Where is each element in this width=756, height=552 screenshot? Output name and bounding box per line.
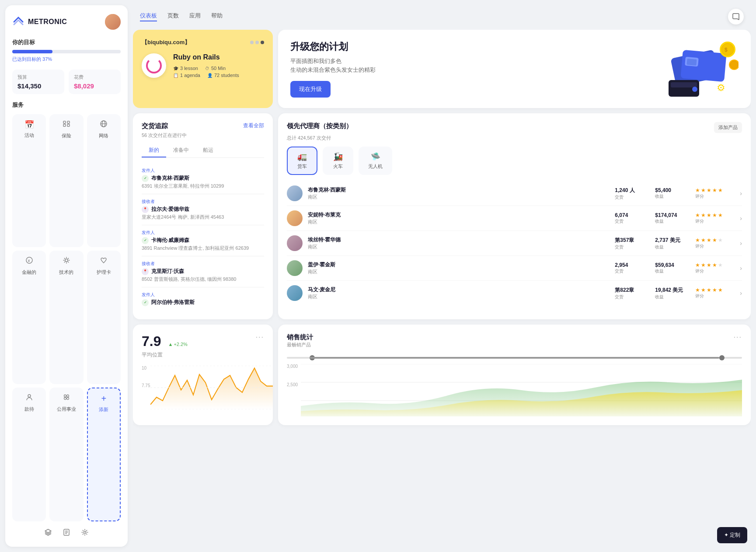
agent-arrow-4[interactable]: › [740, 290, 742, 297]
course-card: 【biqubiqu.com】 Ruby on Rails [133, 30, 273, 108]
trend-value: +2.2% [174, 342, 188, 347]
agent-trans-label-4: 交货 [615, 294, 650, 300]
agent-rev-value-0: $5,400 [655, 187, 690, 193]
nav-links: 仪表板 页数 应用 帮助 [140, 12, 223, 21]
service-item-add[interactable]: + 添新 [87, 388, 121, 521]
delivery-name-2: ✓ 卡梅伦·威廉姆森 [142, 237, 264, 244]
agent-arrow-0[interactable]: › [740, 190, 742, 197]
delivery-item-1: 接收者 📍 拉尔夫·爱德华兹 里家大道2464号 梅萨, 新泽西州 45463 [142, 194, 264, 225]
sales-menu[interactable]: ··· [734, 333, 742, 341]
range-slider-container [287, 357, 742, 359]
agent-avatar-1 [287, 210, 303, 226]
agent-arrow-3[interactable]: › [740, 265, 742, 272]
insurance-icon [63, 120, 70, 130]
y-label-775: 7.75 [142, 383, 150, 388]
care-label: 护理卡 [97, 269, 111, 276]
agent-info-3: 盖伊·霍金斯 南区 [308, 261, 610, 275]
agent-row-3: 盖伊·霍金斯 南区 2,954 交货 $59,634 收益 ★ ★ [287, 256, 742, 281]
agent-avatar-2 [287, 235, 303, 251]
stats-menu[interactable]: ··· [256, 333, 264, 341]
agent-trans-4: 第822章 交货 [615, 286, 650, 300]
svg-text:$: $ [725, 47, 728, 53]
customize-button[interactable]: ✦ 定制 [717, 527, 747, 543]
svg-rect-3 [67, 124, 70, 126]
delivery-name-3: 📍 克里斯汀·沃森 [142, 268, 264, 275]
layers-icon[interactable] [44, 528, 52, 538]
sales-title: 销售统计 [287, 333, 313, 342]
delivery-card: 交货追踪 查看全部 56 次交付正在进行中 新的 准备中 船运 发件人 ✓ 布鲁… [133, 113, 273, 319]
course-dots [250, 41, 264, 44]
delivery-tab-preparing[interactable]: 准备中 [166, 144, 196, 157]
agent-rev-0: $5,400 收益 [655, 187, 690, 199]
chat-button[interactable] [728, 9, 744, 24]
agent-trans-label-3: 交货 [615, 268, 650, 274]
students-value: 72 students [214, 73, 239, 78]
upgrade-text: 升级您的计划 平面插图和我们多色 生动的未混合紫色头发女士的精彩 现在升级 [290, 40, 376, 98]
user-avatar[interactable] [105, 14, 121, 30]
range-active [310, 357, 719, 359]
course-logo [142, 53, 166, 78]
stats-main-value: 7.9 [142, 333, 161, 349]
nav-pages[interactable]: 页数 [167, 12, 179, 21]
star2: ★ [701, 187, 706, 193]
nav-apps[interactable]: 应用 [189, 12, 201, 21]
delivery-view-all[interactable]: 查看全部 [243, 122, 264, 129]
delivery-addr-0: 6391 埃尔全三塞果斯, 特拉华州 10299 [142, 183, 264, 189]
progress-text: 已达到目标的 37% [12, 56, 121, 63]
range-handle-right[interactable] [719, 355, 725, 360]
agent-trans-1: 6,074 交货 [615, 212, 650, 224]
agent-arrow-2[interactable]: › [740, 240, 742, 247]
rating-label-3: 评分 [695, 268, 735, 274]
network-label: 网络 [99, 133, 108, 139]
meta-lessons: 🎓 3 lesson [173, 66, 198, 71]
tech-label: 技术的 [59, 269, 73, 276]
sales-chart-svg [301, 364, 742, 416]
file-icon[interactable] [63, 528, 70, 538]
service-item-network[interactable]: 网络 [87, 114, 121, 247]
nav-help[interactable]: 帮助 [211, 12, 223, 21]
network-icon [100, 120, 108, 130]
stars-0: ★ ★ ★ ★ ★ [695, 187, 735, 193]
upgrade-button[interactable]: 现在升级 [290, 81, 331, 98]
delivery-tab-shipping[interactable]: 船运 [196, 144, 220, 157]
sales-header: 销售统计 最畅销产品 ··· [287, 333, 742, 353]
upgrade-card: 升级您的计划 平面插图和我们多色 生动的未混合紫色头发女士的精彩 现在升级 [278, 30, 751, 108]
agent-arrow-1[interactable]: › [740, 215, 742, 222]
agent-rev-label-2: 收益 [655, 244, 690, 250]
service-item-activity[interactable]: 📅 活动 [12, 114, 46, 247]
service-item-hospitality[interactable]: 款待 [12, 388, 46, 521]
agent-rev-1: $174,074 收益 [655, 212, 690, 224]
delivery-addr-3: 8502 普雷斯顿路, 英格尔伍德, 缅因州 98380 [142, 276, 264, 283]
agent-tab-truck[interactable]: 🚛 货车 [287, 147, 317, 175]
expense-label: 花费 [74, 74, 115, 80]
service-item-finance[interactable]: ¥ 金融的 [12, 251, 46, 384]
agent-region-1: 南区 [308, 219, 610, 225]
service-item-insurance[interactable]: 保险 [49, 114, 83, 247]
agent-tab-drone[interactable]: 🛸 无人机 [359, 147, 392, 175]
agent-tab-train[interactable]: 🚂 火车 [323, 147, 353, 175]
agent-rating-2: ★ ★ ★ ★ ★ 评分 [695, 237, 735, 249]
agent-rating-3: ★ ★ ★ ★ ★ 评分 [695, 262, 735, 274]
service-item-tech[interactable]: 技术的 [49, 251, 83, 384]
delivery-title: 交货追踪 [142, 122, 168, 130]
agent-rev-3: $59,634 收益 [655, 262, 690, 274]
goal-title: 你的目标 [12, 38, 121, 46]
nav-dashboard[interactable]: 仪表板 [140, 12, 157, 21]
delivery-tab-new[interactable]: 新的 [142, 144, 166, 157]
settings-icon[interactable] [81, 528, 89, 538]
agent-rev-value-4: 19,842 美元 [655, 286, 690, 294]
agenda-value: 1 agenda [180, 73, 200, 78]
budget-row: 预算 $14,350 花费 $8,029 [12, 70, 121, 94]
agent-name-0: 布鲁克林·西蒙斯 [308, 186, 610, 194]
add-product-button[interactable]: 添加产品 [714, 122, 742, 133]
svg-rect-31 [671, 82, 697, 87]
lesson-icon: 🎓 [173, 66, 178, 71]
rating-label-1: 评分 [695, 218, 735, 224]
range-slider[interactable] [287, 357, 742, 359]
agent-name-2: 埃丝特·霍华德 [308, 236, 610, 244]
service-item-care[interactable]: 护理卡 [87, 251, 121, 384]
agent-trans-value-0: 1,240 人 [615, 187, 650, 194]
delivery-addr-2: 3891 Ranchview 理查森博士, 加利福尼亚州 62639 [142, 245, 264, 252]
service-item-public[interactable]: 公用事业 [49, 388, 83, 521]
stats-label: 平均位置 [142, 351, 188, 359]
